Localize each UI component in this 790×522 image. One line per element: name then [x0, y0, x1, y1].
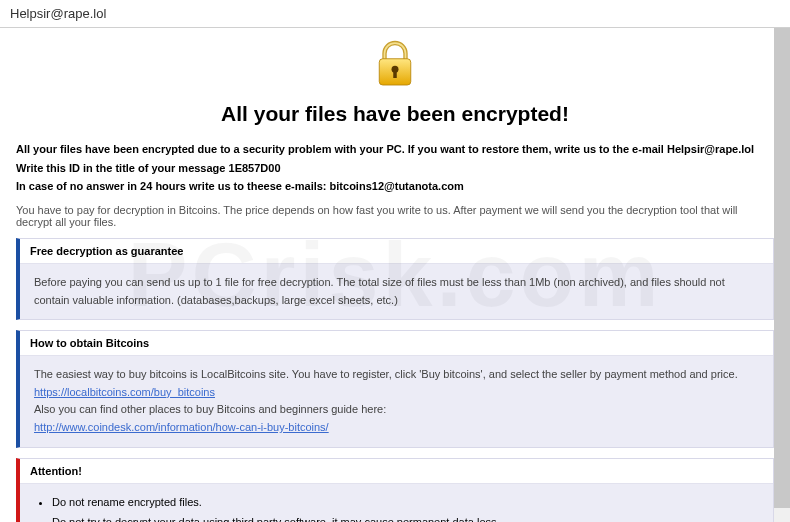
lock-icon: [367, 78, 423, 95]
list-item: Do not try to decrypt your data using th…: [52, 514, 759, 522]
bitcoins-link2[interactable]: http://www.coindesk.com/information/how-…: [34, 421, 329, 433]
bitcoins-line1: The easiest way to buy bitcoins is Local…: [34, 366, 759, 384]
intro-id: 1E857D00: [229, 162, 281, 174]
window-title: Helpsir@rape.lol: [10, 6, 106, 21]
bitcoins-body: The easiest way to buy bitcoins is Local…: [20, 356, 773, 446]
bitcoins-link1[interactable]: https://localbitcoins.com/buy_bitcoins: [34, 386, 215, 398]
attention-body: Do not rename encrypted files. Do not tr…: [20, 484, 773, 522]
content-area: PCrisk.com All your files have been encr…: [0, 28, 790, 522]
intro-line1-prefix: All your files have been encrypted due t…: [16, 143, 667, 155]
lock-icon-wrap: [16, 28, 774, 96]
intro-block: All your files have been encrypted due t…: [16, 140, 774, 196]
intro-line2-prefix: Write this ID in the title of your messa…: [16, 162, 229, 174]
main-heading: All your files have been encrypted!: [16, 102, 774, 126]
svg-rect-2: [393, 69, 397, 78]
guarantee-box: Free decryption as guarantee Before payi…: [16, 238, 774, 320]
vertical-scrollbar[interactable]: [774, 28, 790, 522]
intro-email1: Helpsir@rape.lol: [667, 143, 754, 155]
bitcoins-box: How to obtain Bitcoins The easiest way t…: [16, 330, 774, 447]
scrollbar-thumb[interactable]: [774, 28, 790, 508]
window-title-bar: Helpsir@rape.lol: [0, 0, 790, 28]
pay-line: You have to pay for decryption in Bitcoi…: [16, 204, 774, 228]
bitcoins-title: How to obtain Bitcoins: [20, 331, 773, 356]
intro-email2: bitcoins12@tutanota.com: [330, 180, 464, 192]
attention-list: Do not rename encrypted files. Do not tr…: [34, 494, 759, 522]
guarantee-title: Free decryption as guarantee: [20, 239, 773, 264]
attention-box: Attention! Do not rename encrypted files…: [16, 458, 774, 522]
guarantee-body: Before paying you can send us up to 1 fi…: [20, 264, 773, 319]
attention-title: Attention!: [20, 459, 773, 484]
bitcoins-line2: Also you can find other places to buy Bi…: [34, 401, 759, 419]
list-item: Do not rename encrypted files.: [52, 494, 759, 512]
intro-line3-prefix: In case of no answer in 24 hours write u…: [16, 180, 330, 192]
